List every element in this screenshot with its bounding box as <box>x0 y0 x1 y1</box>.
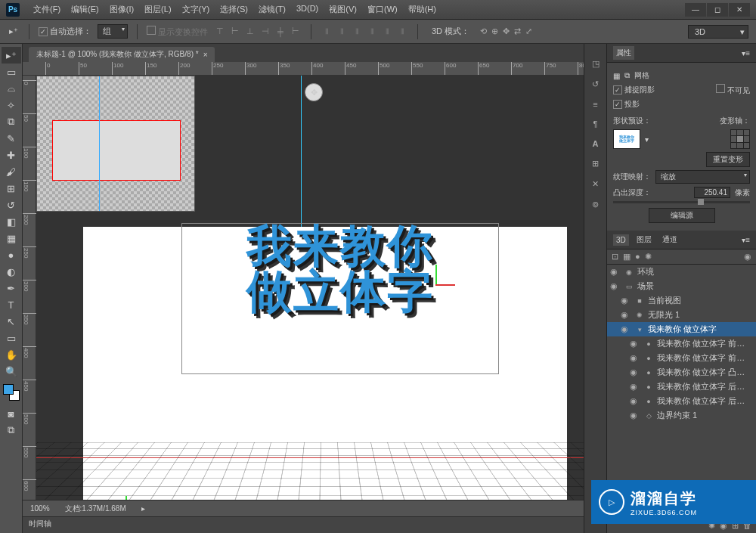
visibility-icon[interactable]: ◉ <box>610 281 621 291</box>
dist-4-icon[interactable]: ⫴ <box>366 26 378 38</box>
zoom-level[interactable]: 100% <box>30 504 50 513</box>
auto-select-checkbox[interactable]: 自动选择： <box>39 26 91 37</box>
lasso-tool[interactable]: ⌓ <box>2 80 21 97</box>
tree-row[interactable]: ◉◇边界约束 1 <box>607 408 756 423</box>
panel-icon-2[interactable]: ↺ <box>592 79 599 89</box>
visibility-icon[interactable]: ◉ <box>610 267 621 277</box>
tree-row[interactable]: ◉▭场景 <box>607 279 756 293</box>
ruler-horizontal[interactable]: 0501001502002503003504004505005506006507… <box>23 62 584 76</box>
tree-row[interactable]: ◉◉环境 <box>607 265 756 279</box>
orbit-icon[interactable]: ⟲ <box>480 26 487 36</box>
menu-type[interactable]: 文字(Y) <box>178 2 215 17</box>
brush-tool[interactable]: 🖌 <box>2 163 21 180</box>
visibility-icon[interactable]: ◉ <box>630 411 640 420</box>
scale-icon[interactable]: ⤢ <box>525 26 532 36</box>
filter-all-icon[interactable]: ⊡ <box>612 252 618 262</box>
tree-row[interactable]: ◉▾我来教你 做立体字 <box>607 322 756 336</box>
dist-1-icon[interactable]: ⫴ <box>321 26 333 38</box>
show-transform-checkbox[interactable]: 显示变换控件 <box>147 26 208 38</box>
panel-icon-1[interactable]: ◳ <box>592 59 600 69</box>
close-button[interactable]: ✕ <box>729 3 750 17</box>
panel-icon-4[interactable]: ¶ <box>593 119 598 129</box>
marquee-tool[interactable]: ▭ <box>2 64 21 80</box>
visibility-icon[interactable]: ◉ <box>630 353 640 363</box>
menu-file[interactable]: 文件(F) <box>29 2 65 17</box>
dodge-tool[interactable]: ◐ <box>2 263 21 280</box>
document-tab[interactable]: 未标题-1 @ 100% (我来教你 做立体字, RGB/8) * × <box>29 47 215 62</box>
status-arrow-icon[interactable]: ▸ <box>141 504 145 513</box>
dist-2-icon[interactable]: ⫴ <box>336 26 348 38</box>
tab-channels[interactable]: 通道 <box>659 233 680 246</box>
zoom-tool[interactable]: 🔍 <box>2 363 21 380</box>
menu-image[interactable]: 图像(I) <box>105 2 138 17</box>
type-tool[interactable]: T <box>2 296 21 313</box>
tree-row[interactable]: ◉●我来教你 做立体字 后膨胀... <box>607 394 756 408</box>
menu-select[interactable]: 选择(S) <box>215 2 253 17</box>
shape-tool[interactable]: ▭ <box>2 330 21 346</box>
panel-icon-5[interactable]: A <box>593 139 599 148</box>
align-top-icon[interactable]: ⊤ <box>214 26 226 38</box>
heal-tool[interactable]: ✚ <box>2 147 21 163</box>
filter-light-icon[interactable]: ✺ <box>645 252 652 262</box>
tab-3d[interactable]: 3D <box>613 234 629 246</box>
tree-row[interactable]: ◉●我来教你 做立体字 前斜面... <box>607 351 756 365</box>
shape-preset-thumb[interactable]: 我来教你做立体字 <box>613 129 640 149</box>
quickmask-tool[interactable]: ◙ <box>2 405 21 422</box>
invisible-checkbox[interactable]: 不可见 <box>716 84 750 96</box>
extrude-depth-input[interactable] <box>694 187 730 198</box>
menu-view[interactable]: 视图(V) <box>324 2 361 17</box>
tree-row[interactable]: ◉●我来教你 做立体字 前膨胀... <box>607 336 756 351</box>
maximize-button[interactable]: ◻ <box>707 3 728 17</box>
filter-material-icon[interactable]: ● <box>635 252 640 262</box>
crop-tool[interactable]: ⧉ <box>2 113 21 130</box>
panel-icon-8[interactable]: ⊚ <box>592 200 599 209</box>
pen-tool[interactable]: ✒ <box>2 280 21 296</box>
visibility-icon[interactable]: ◉ <box>630 367 640 377</box>
visibility-icon[interactable]: ◉ <box>630 396 640 406</box>
properties-tab[interactable]: 属性 <box>613 46 634 60</box>
eyedropper-tool[interactable]: ✎ <box>2 130 21 147</box>
texture-map-dropdown[interactable]: 缩放 <box>655 170 750 184</box>
align-bottom-icon[interactable]: ⊥ <box>244 26 256 38</box>
panel-menu-icon[interactable]: ▾≡ <box>742 236 750 244</box>
tree-row[interactable]: ◉●我来教你 做立体字 后斜面... <box>607 380 756 394</box>
reset-deform-button[interactable]: 重置变形 <box>706 152 750 167</box>
history-brush-tool[interactable]: ↺ <box>2 197 21 213</box>
dist-3-icon[interactable]: ⫴ <box>351 26 363 38</box>
align-hcenter-icon[interactable]: ╪ <box>274 26 287 38</box>
menu-edit[interactable]: 编辑(E) <box>67 2 104 17</box>
move-tool[interactable]: ▸⁺ <box>2 47 21 64</box>
timeline-panel[interactable]: 时间轴 <box>23 516 584 533</box>
panel-icon-7[interactable]: ✕ <box>592 179 599 189</box>
dist-5-icon[interactable]: ⫴ <box>381 26 393 38</box>
deform-axis-grid[interactable] <box>730 129 750 149</box>
extrude-depth-slider[interactable] <box>613 201 750 203</box>
menu-layer[interactable]: 图层(L) <box>140 2 175 17</box>
pan-icon[interactable]: ✥ <box>503 26 510 36</box>
gradient-tool[interactable]: ▦ <box>2 230 21 246</box>
align-left-icon[interactable]: ⊣ <box>259 26 271 38</box>
dist-6-icon[interactable]: ⫴ <box>396 26 408 38</box>
path-tool[interactable]: ↖ <box>2 313 21 330</box>
align-right-icon[interactable]: ⊢ <box>290 26 302 38</box>
visibility-icon[interactable]: ◉ <box>630 382 640 392</box>
tree-row[interactable]: ◉●我来教你 做立体字 凸出材... <box>607 365 756 380</box>
tab-layers[interactable]: 图层 <box>634 233 655 246</box>
panel-menu-icon[interactable]: ▾≡ <box>742 49 750 57</box>
view-3d-dropdown[interactable]: 3D <box>688 25 748 39</box>
align-vcenter-icon[interactable]: ⊢ <box>229 26 241 38</box>
canvas[interactable]: ✥ 我来教你 做立体字 ⊕ ± 1 <box>36 76 584 500</box>
panel-icon-6[interactable]: ⊞ <box>592 159 599 169</box>
menu-help[interactable]: 帮助(H) <box>404 2 441 17</box>
minimize-button[interactable]: — <box>685 3 706 17</box>
visibility-icon[interactable]: ◉ <box>621 324 631 334</box>
tree-row[interactable]: ◉■当前视图 <box>607 293 756 308</box>
tree-row[interactable]: ◉✺无限光 1 <box>607 308 756 322</box>
panel-icon-3[interactable]: ≡ <box>593 100 597 109</box>
roll-icon[interactable]: ⊕ <box>491 26 498 36</box>
slide-icon[interactable]: ⇄ <box>514 26 521 36</box>
menu-filter[interactable]: 滤镜(T) <box>254 2 290 17</box>
color-swatch[interactable] <box>3 384 20 401</box>
text3d-bounding-box[interactable]: 我来教你 做立体字 <box>181 223 499 374</box>
visibility-icon[interactable]: ◉ <box>621 296 631 305</box>
